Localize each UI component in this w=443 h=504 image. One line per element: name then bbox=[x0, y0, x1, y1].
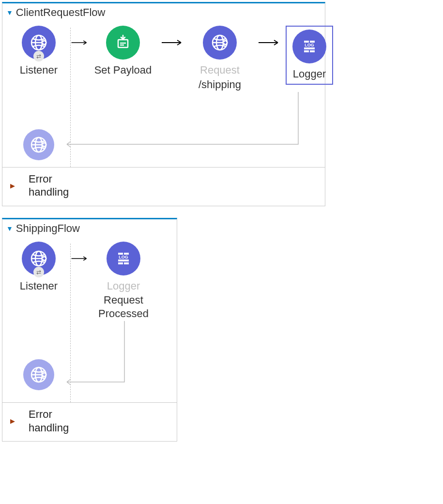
log-icon bbox=[292, 30, 326, 63]
arrow-icon bbox=[71, 242, 87, 275]
globe-icon: ⇄ bbox=[22, 242, 56, 275]
logger-label: Logger bbox=[107, 279, 140, 293]
exchange-badge-icon: ⇄ bbox=[33, 51, 44, 61]
error-handling-section[interactable]: ▶ Error handling bbox=[2, 402, 177, 441]
request-label: Request bbox=[200, 63, 240, 77]
selected-frame: Logger bbox=[286, 26, 333, 85]
flow-header[interactable]: ▼ ClientRequestFlow bbox=[2, 3, 325, 20]
flow-panel-shipping: ▼ ShippingFlow ⇄ Listener bbox=[2, 218, 177, 442]
arrow-icon bbox=[159, 26, 184, 60]
flow-panel-clientrequest: ▼ ClientRequestFlow ⇄ Listener bbox=[2, 2, 325, 206]
flow-body: ⇄ Listener Logger bbox=[2, 236, 177, 403]
collapse-toggle-icon[interactable]: ▼ bbox=[6, 225, 13, 232]
flow-body: ⇄ Listener S bbox=[2, 20, 325, 167]
globe-return-icon bbox=[23, 359, 54, 390]
request-node[interactable]: Request /shipping bbox=[184, 26, 256, 91]
exchange-badge-icon: ⇄ bbox=[33, 267, 44, 277]
error-handling-section[interactable]: ▶ Error handling bbox=[2, 167, 325, 206]
listener-label: Listener bbox=[20, 279, 58, 293]
globe-icon bbox=[203, 26, 237, 60]
process-row: Logger Request Processed bbox=[76, 242, 160, 321]
collapse-toggle-icon[interactable]: ▼ bbox=[6, 9, 13, 16]
return-row bbox=[23, 351, 54, 397]
listener-node[interactable]: ⇄ Listener bbox=[12, 26, 65, 77]
flow-source-column: ⇄ Listener bbox=[12, 26, 65, 167]
error-handling-label: Error handling bbox=[29, 408, 69, 434]
flow-source-column: ⇄ Listener bbox=[12, 242, 65, 403]
flow-title: ClientRequestFlow bbox=[16, 6, 106, 19]
request-sublabel: /shipping bbox=[199, 78, 241, 92]
payload-icon bbox=[106, 26, 140, 60]
flow-process-column: Set Payload Request /shipping bbox=[76, 26, 338, 167]
logger-node[interactable]: Logger Request Processed bbox=[87, 242, 160, 321]
expand-toggle-icon[interactable]: ▶ bbox=[10, 182, 15, 189]
expand-toggle-icon[interactable]: ▶ bbox=[10, 417, 15, 425]
flow-title: ShippingFlow bbox=[16, 222, 80, 235]
flow-process-column: Logger Request Processed bbox=[76, 242, 160, 403]
process-row: Set Payload Request /shipping bbox=[76, 26, 338, 91]
flow-header[interactable]: ▼ ShippingFlow bbox=[2, 219, 177, 236]
arrow-icon bbox=[256, 26, 281, 60]
error-handling-label: Error handling bbox=[29, 172, 69, 199]
listener-label: Listener bbox=[20, 63, 58, 77]
logger-label: Logger bbox=[293, 67, 326, 81]
globe-return-icon bbox=[23, 129, 54, 160]
return-row bbox=[23, 121, 54, 167]
return-connector bbox=[76, 91, 338, 94]
set-payload-label: Set Payload bbox=[94, 63, 152, 77]
logger-node[interactable]: Logger bbox=[281, 26, 338, 85]
logger-sublabel: Request Processed bbox=[98, 293, 149, 320]
set-payload-node[interactable]: Set Payload bbox=[87, 26, 159, 77]
log-icon bbox=[107, 242, 140, 275]
listener-node[interactable]: ⇄ Listener bbox=[12, 242, 65, 293]
arrow-icon bbox=[71, 26, 87, 60]
globe-icon: ⇄ bbox=[22, 26, 56, 60]
